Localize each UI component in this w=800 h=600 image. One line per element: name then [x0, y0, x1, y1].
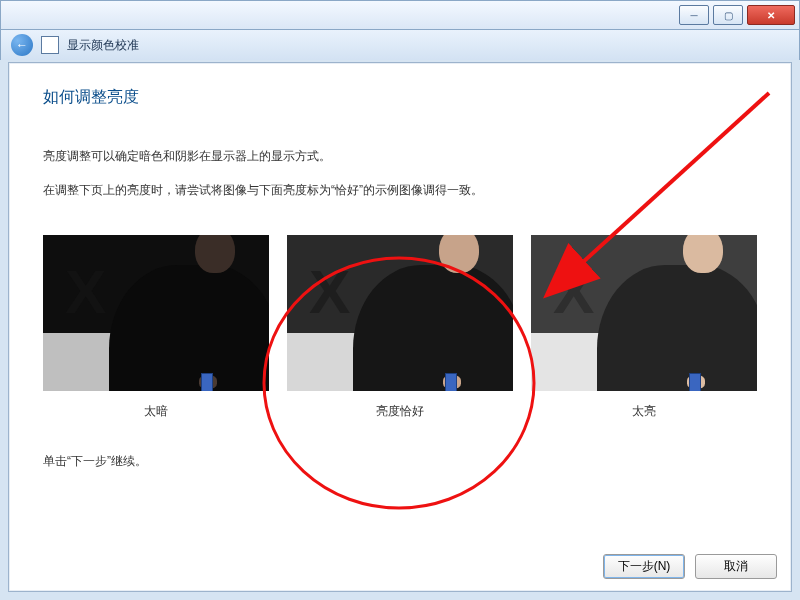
- instruction-line-2: 在调整下页上的亮度时，请尝试将图像与下面亮度标为“恰好”的示例图像调得一致。: [43, 180, 757, 200]
- close-button[interactable]: ✕: [747, 5, 795, 25]
- maximize-icon: ▢: [724, 10, 733, 21]
- next-button[interactable]: 下一步(N): [603, 554, 685, 579]
- page-heading: 如何调整亮度: [43, 87, 791, 108]
- example-too-dark-label: 太暗: [144, 401, 168, 421]
- example-too-dark-image: X: [43, 235, 269, 391]
- example-too-dark: X 太暗: [43, 235, 269, 421]
- cancel-button[interactable]: 取消: [695, 554, 777, 579]
- window-titlebar: ─ ▢ ✕: [0, 0, 800, 29]
- minimize-icon: ─: [690, 10, 697, 21]
- brightness-examples: X 太暗 X 亮度恰好 X 太亮: [43, 235, 757, 421]
- instruction-line-1: 亮度调整可以确定暗色和阴影在显示器上的显示方式。: [43, 146, 757, 166]
- maximize-button[interactable]: ▢: [713, 5, 743, 25]
- wizard-footer: 下一步(N) 取消: [603, 554, 777, 579]
- example-too-bright: X 太亮: [531, 235, 757, 421]
- window-navbar: ← 显示颜色校准: [0, 29, 800, 60]
- example-good-image: X: [287, 235, 513, 391]
- cancel-button-label: 取消: [724, 558, 748, 575]
- example-too-bright-image: X: [531, 235, 757, 391]
- minimize-button[interactable]: ─: [679, 5, 709, 25]
- example-good-label: 亮度恰好: [376, 401, 424, 421]
- continue-hint: 单击“下一步”继续。: [43, 451, 757, 471]
- wizard-panel: 如何调整亮度 亮度调整可以确定暗色和阴影在显示器上的显示方式。 在调整下页上的亮…: [8, 62, 792, 592]
- app-icon: [41, 36, 59, 54]
- back-button[interactable]: ←: [11, 34, 33, 56]
- example-too-bright-label: 太亮: [632, 401, 656, 421]
- next-button-label: 下一步(N): [618, 558, 671, 575]
- example-good: X 亮度恰好: [287, 235, 513, 421]
- nav-title: 显示颜色校准: [67, 37, 139, 54]
- back-arrow-icon: ←: [16, 38, 28, 52]
- close-icon: ✕: [767, 10, 775, 21]
